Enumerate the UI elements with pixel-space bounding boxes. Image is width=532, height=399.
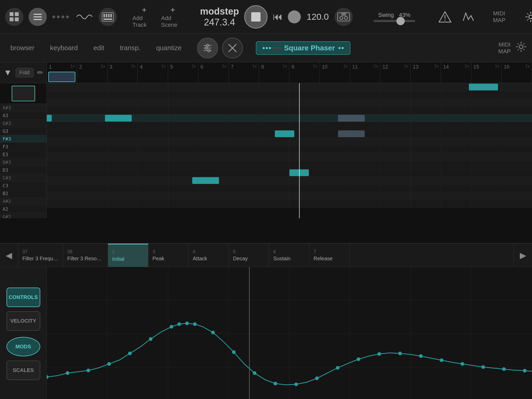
curve-dot[interactable] [481, 365, 485, 369]
piano-key-E3[interactable]: E3 [0, 151, 46, 158]
curve-dot[interactable] [315, 376, 319, 380]
mod-tab-7[interactable]: 7Release [309, 244, 350, 267]
grid-rows[interactable] [47, 83, 532, 218]
mod-tab-5[interactable]: 5Decay [229, 244, 269, 267]
seq-bar-14[interactable]: 141x [441, 62, 471, 83]
nav-browser[interactable]: browser [5, 44, 39, 52]
seq-bar-12[interactable]: 121x [380, 62, 411, 83]
midi-map-label[interactable]: MIDIMAP [498, 41, 511, 55]
curve-dot[interactable] [211, 331, 215, 334]
curve-dot[interactable] [177, 322, 181, 326]
piano-key-A3[interactable]: A3 [0, 112, 46, 119]
velocity-button[interactable]: VELOCITY [6, 311, 40, 331]
dots-icon[interactable] [52, 8, 70, 26]
curve-dot[interactable] [232, 350, 236, 354]
piano-key-Gs2[interactable]: G#2 [0, 213, 46, 218]
swing-thumb[interactable] [396, 17, 405, 25]
curve-dot[interactable] [461, 362, 464, 366]
piano-key-As2[interactable]: A#2 [0, 197, 46, 205]
mod-tab-2[interactable]: 2Initial [108, 244, 148, 267]
curve-dot[interactable] [149, 337, 152, 341]
note-3[interactable] [338, 115, 365, 122]
mod-prev-button[interactable]: ◀ [0, 244, 18, 267]
seq-bar-13[interactable]: 131x [411, 62, 441, 83]
piano-key-G3[interactable]: G3 [0, 127, 46, 135]
curve-dot[interactable] [170, 325, 173, 329]
active-pattern-block[interactable] [12, 86, 35, 101]
note-2[interactable] [105, 115, 132, 122]
curve-dot[interactable] [47, 375, 49, 379]
note-7[interactable] [192, 177, 219, 184]
wave-icon[interactable] [75, 8, 94, 26]
curve-dot[interactable] [377, 352, 381, 356]
curve-dot[interactable] [357, 357, 360, 361]
curve-dot[interactable] [440, 358, 443, 362]
stop-button[interactable] [244, 5, 268, 29]
cassette-icon[interactable] [335, 8, 353, 26]
curve-dot[interactable] [294, 382, 298, 386]
seq-bar-11[interactable]: 111x [350, 62, 381, 83]
grid-row-Gs3[interactable] [47, 99, 532, 107]
grid-row-G2[interactable] [47, 200, 532, 208]
alert-icon[interactable] [436, 8, 454, 26]
collapse-button[interactable]: ▼ [4, 68, 12, 77]
piano-key-F3[interactable]: F3 [0, 143, 46, 151]
note-5[interactable] [338, 130, 365, 137]
seq-bar-1[interactable]: 11x [47, 62, 77, 83]
nav-edit[interactable]: edit [88, 44, 109, 52]
curve-dot[interactable] [523, 369, 527, 373]
mod-tab-4[interactable]: 4Attack [189, 244, 229, 267]
seq-bar-2[interactable]: 21x [77, 62, 108, 83]
nav-quantize[interactable]: quantize [151, 44, 187, 52]
settings-icon[interactable] [522, 8, 532, 26]
seq-bar-8[interactable]: 81x [259, 62, 289, 83]
rewind-button[interactable]: ⏮ [273, 11, 283, 22]
piano-key-B2[interactable]: B2 [0, 190, 46, 197]
piano-key-C3[interactable]: C3 [0, 182, 46, 190]
curve-dot[interactable] [185, 322, 189, 325]
seq-bar-7[interactable]: 71x [229, 62, 259, 83]
piano-key-Cs3[interactable]: C#3 [0, 174, 46, 182]
grid-row-F3[interactable] [47, 122, 532, 130]
curve-dot[interactable] [502, 367, 506, 371]
seq-bar-10[interactable]: 101x [320, 62, 350, 83]
curve-dot[interactable] [336, 366, 340, 370]
list-icon[interactable] [29, 8, 47, 26]
seq-bar-3[interactable]: 31x [108, 62, 138, 83]
mods-button[interactable]: MODS [6, 337, 40, 356]
grid-row-As3[interactable] [47, 83, 532, 91]
mod-tab-6[interactable]: 6Sustain [269, 244, 309, 267]
mod-tab-0[interactable]: 37Filter 3 Frequenc [18, 244, 63, 267]
grid-row-A2[interactable] [47, 184, 532, 192]
midi-map-button[interactable]: MIDI MAP [493, 10, 516, 24]
seq-bar-15[interactable]: 151x [471, 62, 502, 83]
grid-icon[interactable] [5, 8, 23, 26]
controls-button[interactable]: CONTROLS [6, 288, 40, 307]
piano-key-D3[interactable]: D3 [0, 166, 46, 174]
add-track-button[interactable]: + Add Track [132, 5, 156, 28]
curve-dot[interactable] [128, 352, 132, 355]
nav-transp[interactable]: transp. [115, 44, 146, 52]
piano-key-A2[interactable]: A2 [0, 205, 46, 213]
piano-key-As3[interactable]: A#3 [0, 104, 46, 112]
seq-bar-9[interactable]: 91x [289, 62, 320, 83]
fold-button[interactable]: Fold [16, 68, 34, 77]
pencil-icon[interactable]: ✏ [37, 68, 43, 77]
track-name-display[interactable]: Square Phaser [256, 41, 350, 55]
curve-dot[interactable] [193, 322, 197, 326]
note-1[interactable] [47, 115, 52, 122]
curve-dot[interactable] [87, 369, 90, 372]
grid-row-As2[interactable] [47, 177, 532, 184]
piano-key-Fs3[interactable]: F#3 [0, 135, 46, 143]
note-0[interactable] [469, 84, 498, 90]
seq-bar-4[interactable]: 41x [138, 62, 168, 83]
add-scene-button[interactable]: + Add Scene [161, 5, 184, 28]
mod-tab-1[interactable]: 38Filter 3 Resonanc [63, 244, 108, 267]
seq-bar-6[interactable]: 61x [198, 62, 229, 83]
grid-row-D3[interactable] [47, 145, 532, 153]
seq-bar-5[interactable]: 51x [168, 62, 198, 83]
record-button[interactable] [288, 10, 301, 23]
piano-key-Ds3[interactable]: D#3 [0, 158, 46, 166]
grid-row-C3[interactable] [47, 161, 532, 169]
filter-eq-button[interactable] [197, 38, 218, 58]
